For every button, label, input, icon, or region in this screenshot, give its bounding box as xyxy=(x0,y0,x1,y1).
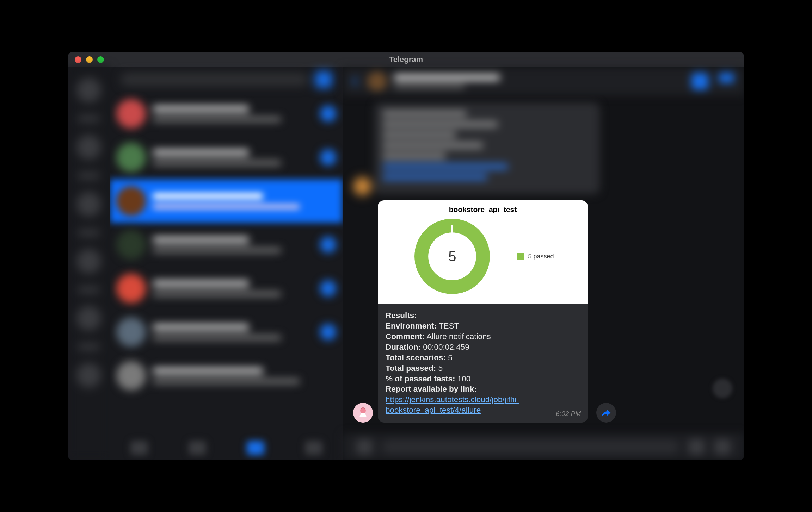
chat-item[interactable] xyxy=(110,92,343,136)
back-icon[interactable] xyxy=(352,76,362,86)
donut-chart: 5 xyxy=(412,216,493,297)
settings-icon[interactable] xyxy=(305,441,322,455)
titlebar: Telegram xyxy=(68,52,744,67)
chat-item[interactable] xyxy=(110,136,343,179)
passed-label: Total passed: xyxy=(386,364,436,373)
chart-legend: 5 passed xyxy=(517,253,554,260)
chat-item-selected[interactable] xyxy=(110,179,343,223)
window-controls xyxy=(68,56,104,63)
chat-list[interactable] xyxy=(110,92,343,436)
maximize-icon[interactable] xyxy=(97,56,104,63)
mic-icon[interactable] xyxy=(715,439,730,455)
message-input[interactable] xyxy=(383,440,678,454)
chat-item[interactable] xyxy=(110,223,343,267)
contacts-icon[interactable] xyxy=(130,441,148,455)
messages-area[interactable]: bookstore_api_test 5 xyxy=(343,95,744,433)
scroll-to-bottom-button[interactable] xyxy=(713,379,732,398)
legend-swatch-icon xyxy=(517,253,524,260)
duration-value: 00:00:02.459 xyxy=(423,343,469,351)
content-area: bookstore_api_test 5 xyxy=(68,67,744,460)
window-title: Telegram xyxy=(68,55,744,64)
chat-item[interactable] xyxy=(110,354,343,398)
calls-icon[interactable] xyxy=(189,441,206,455)
app-window: Telegram xyxy=(68,52,744,460)
previous-message[interactable] xyxy=(374,102,600,194)
message-input-bar[interactable] xyxy=(343,433,744,460)
report-link[interactable]: https://jenkins.autotests.cloud/job/jifh… xyxy=(386,395,519,414)
duration-label: Duration: xyxy=(386,343,421,351)
sender-avatar[interactable] xyxy=(353,403,373,423)
search-bar[interactable] xyxy=(110,67,343,92)
link-label: Report available by link: xyxy=(386,385,477,393)
donut-center-value: 5 xyxy=(412,216,493,297)
sidebar-tabs[interactable] xyxy=(110,436,343,460)
results-label: Results: xyxy=(386,311,417,320)
chat-avatar[interactable] xyxy=(367,71,387,91)
env-value: TEST xyxy=(439,321,459,330)
total-value: 5 xyxy=(448,353,453,362)
message-time: 6:02 PM xyxy=(556,410,581,418)
more-icon[interactable] xyxy=(719,73,734,83)
passed-value: 5 xyxy=(438,364,443,373)
minimize-icon[interactable] xyxy=(86,56,93,63)
legend-label: 5 passed xyxy=(528,253,554,260)
share-button[interactable] xyxy=(596,403,616,423)
compose-icon[interactable] xyxy=(315,71,332,88)
total-label: Total scenarios: xyxy=(386,353,446,362)
search-icon[interactable] xyxy=(691,73,708,90)
chat-list-sidebar xyxy=(110,67,343,460)
message-text: Results: Environment: TEST Comment: Allu… xyxy=(378,304,588,423)
chat-item[interactable] xyxy=(110,267,343,310)
folders-column[interactable] xyxy=(68,67,110,460)
comment-label: Comment: xyxy=(386,332,425,341)
message-bubble[interactable]: bookstore_api_test 5 xyxy=(378,200,588,423)
chat-item[interactable] xyxy=(110,310,343,354)
comment-value: Allure notifications xyxy=(426,332,491,341)
close-icon[interactable] xyxy=(75,56,81,63)
emoji-icon[interactable] xyxy=(689,439,704,455)
attach-icon[interactable] xyxy=(357,439,372,455)
chat-header[interactable] xyxy=(343,67,744,95)
card-title: bookstore_api_test xyxy=(385,205,581,214)
env-label: Environment: xyxy=(386,321,437,330)
pct-label: % of passed tests: xyxy=(386,374,455,383)
message-row: bookstore_api_test 5 xyxy=(353,200,730,423)
pct-value: 100 xyxy=(457,374,471,383)
chat-pane: bookstore_api_test 5 xyxy=(343,67,744,460)
chats-icon[interactable] xyxy=(247,441,264,455)
attachment-card: bookstore_api_test 5 xyxy=(378,200,588,304)
